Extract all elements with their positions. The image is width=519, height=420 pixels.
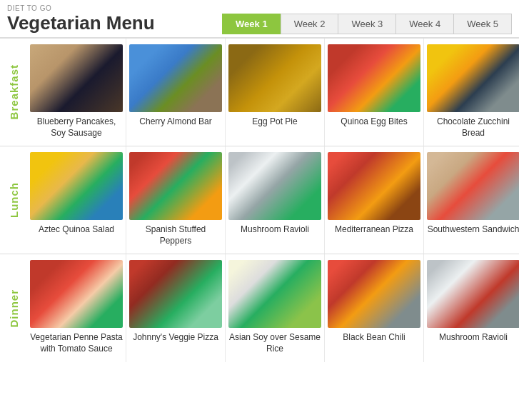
food-name-2-2: Asian Soy over Sesame Rice [228, 332, 321, 354]
food-image-1-2 [228, 152, 321, 220]
food-name-2-4: Mushroom Ravioli [439, 332, 508, 344]
food-image-0-4 [427, 44, 519, 112]
menu-item-0-0[interactable]: Blueberry Pancakes, Soy Sausage [27, 39, 126, 146]
meal-label-cell-breakfast: Breakfast [0, 39, 27, 146]
menu-item-2-1[interactable]: Johnny's Veggie Pizza [126, 254, 225, 361]
food-name-2-0: Vegetarian Penne Pasta with Tomato Sauce [30, 332, 123, 354]
header: DIET TO GO Vegetarian Menu Week 1Week 2W… [0, 0, 519, 38]
items-row-lunch: Aztec Quinoa SaladSpanish Stuffed Pepper… [27, 146, 519, 254]
meal-row-dinner: DinnerVegetarian Penne Pasta with Tomato… [0, 254, 519, 361]
brand-label: DIET TO GO [7, 4, 155, 12]
page-title: Vegetarian Menu [7, 12, 155, 34]
food-name-1-0: Aztec Quinoa Salad [39, 224, 114, 236]
menu-item-2-4[interactable]: Mushroom Ravioli [423, 254, 519, 361]
food-image-0-3 [328, 44, 420, 112]
week-tab-4[interactable]: Week 4 [395, 14, 453, 34]
meal-label-dinner: Dinner [8, 289, 20, 328]
food-image-2-4 [427, 260, 519, 328]
menu-item-1-1[interactable]: Spanish Stuffed Peppers [126, 146, 225, 254]
meal-label-cell-lunch: Lunch [0, 146, 27, 254]
food-name-0-4: Chocolate Zucchini Bread [427, 116, 519, 139]
menu-item-2-0[interactable]: Vegetarian Penne Pasta with Tomato Sauce [27, 254, 126, 361]
food-image-2-0 [30, 260, 123, 328]
food-image-1-1 [129, 152, 222, 220]
menu-item-1-4[interactable]: Southwestern Sandwich [423, 146, 519, 254]
menu-item-2-2[interactable]: Asian Soy over Sesame Rice [225, 254, 324, 361]
food-image-0-2 [228, 44, 321, 112]
menu-item-0-1[interactable]: Cherry Almond Bar [126, 39, 225, 146]
food-image-0-0 [30, 44, 123, 112]
title-group: DIET TO GO Vegetarian Menu [7, 4, 155, 34]
food-name-1-3: Mediterranean Pizza [335, 224, 413, 236]
food-image-2-1 [129, 260, 222, 328]
menu-grid: BreakfastBlueberry Pancakes, Soy Sausage… [0, 38, 519, 362]
menu-item-1-3[interactable]: Mediterranean Pizza [324, 146, 423, 254]
food-image-2-3 [328, 260, 420, 328]
menu-item-0-2[interactable]: Egg Pot Pie [225, 39, 324, 146]
food-name-0-0: Blueberry Pancakes, Soy Sausage [30, 116, 123, 139]
food-name-2-1: Johnny's Veggie Pizza [133, 332, 218, 344]
menu-item-1-0[interactable]: Aztec Quinoa Salad [27, 146, 126, 254]
menu-item-2-3[interactable]: Black Bean Chili [324, 254, 423, 361]
week-tab-2[interactable]: Week 2 [281, 14, 338, 34]
food-name-1-1: Spanish Stuffed Peppers [129, 224, 222, 246]
meal-row-lunch: LunchAztec Quinoa SaladSpanish Stuffed P… [0, 146, 519, 254]
food-name-0-1: Cherry Almond Bar [139, 116, 211, 128]
week-tab-1[interactable]: Week 1 [222, 14, 281, 34]
menu-item-0-4[interactable]: Chocolate Zucchini Bread [423, 39, 519, 146]
meal-label-lunch: Lunch [8, 182, 20, 218]
food-name-1-2: Mushroom Ravioli [241, 224, 309, 236]
page-container: DIET TO GO Vegetarian Menu Week 1Week 2W… [0, 0, 519, 362]
week-tab-3[interactable]: Week 3 [338, 14, 395, 34]
food-image-1-4 [427, 152, 519, 220]
meal-row-breakfast: BreakfastBlueberry Pancakes, Soy Sausage… [0, 38, 519, 146]
food-image-2-2 [228, 260, 321, 328]
week-tabs: Week 1Week 2Week 3Week 4Week 5 [222, 14, 512, 34]
food-image-0-1 [129, 44, 222, 112]
food-name-0-3: Quinoa Egg Bites [341, 116, 407, 128]
food-image-1-0 [30, 152, 123, 220]
meal-label-cell-dinner: Dinner [0, 254, 27, 361]
meal-label-breakfast: Breakfast [8, 64, 20, 119]
food-name-2-3: Black Bean Chili [343, 332, 405, 344]
food-name-0-2: Egg Pot Pie [252, 116, 297, 128]
items-row-dinner: Vegetarian Penne Pasta with Tomato Sauce… [27, 254, 519, 361]
week-tab-5[interactable]: Week 5 [453, 14, 512, 34]
food-image-1-3 [328, 152, 420, 220]
items-row-breakfast: Blueberry Pancakes, Soy SausageCherry Al… [27, 39, 519, 146]
food-name-1-4: Southwestern Sandwich [428, 224, 519, 236]
menu-item-1-2[interactable]: Mushroom Ravioli [225, 146, 324, 254]
menu-item-0-3[interactable]: Quinoa Egg Bites [324, 39, 423, 146]
